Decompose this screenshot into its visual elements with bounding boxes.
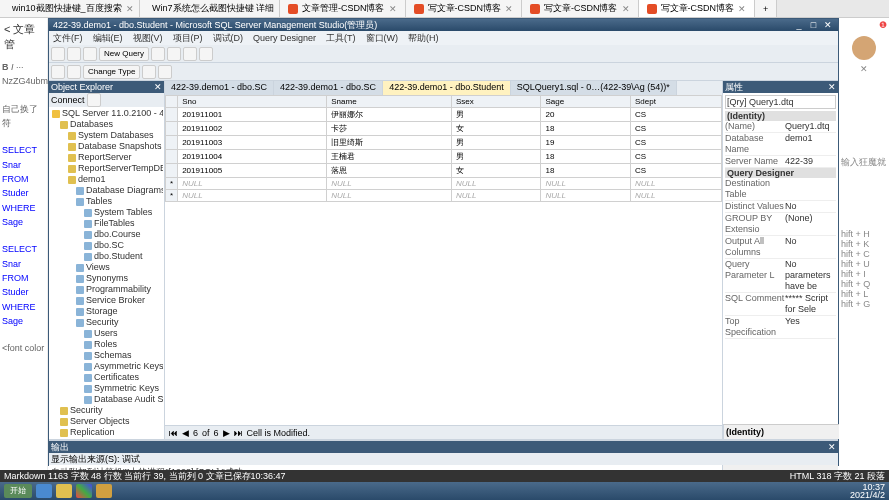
grid-cell[interactable]: NULL xyxy=(451,178,541,190)
bold-button[interactable]: B xyxy=(2,62,9,72)
ssms-titlebar[interactable]: 422-39.demo1 - dbo.Student - Microsoft S… xyxy=(49,19,838,31)
editor-back-title[interactable]: < 文章管 xyxy=(0,18,47,56)
nav-position[interactable]: 6 xyxy=(193,428,198,438)
tree-node[interactable]: ReportServer xyxy=(50,152,163,163)
menu-item[interactable]: 项目(P) xyxy=(173,31,203,45)
grid-cell[interactable]: 18 xyxy=(541,150,631,164)
grid-cell[interactable]: 201911003 xyxy=(178,136,327,150)
grid-cell[interactable]: NULL xyxy=(631,178,722,190)
grid-cell[interactable]: 18 xyxy=(541,164,631,178)
tree-node[interactable]: Users xyxy=(50,328,163,339)
tree-node[interactable]: Databases xyxy=(50,119,163,130)
tab-close-icon[interactable]: ✕ xyxy=(738,4,746,14)
tree-node[interactable]: Synonyms xyxy=(50,273,163,284)
grid-cell[interactable]: 20 xyxy=(541,108,631,122)
tool-icon[interactable] xyxy=(183,47,197,61)
menu-item[interactable]: 调试(D) xyxy=(213,31,244,45)
close-button[interactable]: ✕ xyxy=(822,19,834,31)
tree-node[interactable]: Programmability xyxy=(50,284,163,295)
tree-node[interactable]: AlwaysOn High Availability xyxy=(50,438,163,439)
grid-cell[interactable]: 王楠君 xyxy=(327,150,452,164)
browser-tab[interactable]: 写文章-CSDN博客✕ xyxy=(522,0,639,17)
prop-value[interactable]: 422-39 xyxy=(785,156,836,167)
tree-node[interactable]: Storage xyxy=(50,306,163,317)
prop-value[interactable] xyxy=(785,178,836,200)
browser-tab[interactable]: 文章管理-CSDN博客✕ xyxy=(280,0,406,17)
tree-node[interactable]: System Databases xyxy=(50,130,163,141)
tab-close-icon[interactable]: ✕ xyxy=(126,4,134,14)
grid-cell[interactable]: CS xyxy=(631,122,722,136)
tree-node[interactable]: Replication xyxy=(50,427,163,438)
prop-value[interactable]: (None) xyxy=(785,213,836,235)
connect-button[interactable]: Connect xyxy=(51,95,85,105)
menu-item[interactable]: 文件(F) xyxy=(53,31,83,45)
tree-node[interactable]: Database Diagrams xyxy=(50,185,163,196)
explorer-icon[interactable] xyxy=(56,484,72,498)
nav-first-icon[interactable]: ⏮ xyxy=(169,428,178,438)
tree-node[interactable]: Server Objects xyxy=(50,416,163,427)
prop-value[interactable]: No parameters have be xyxy=(785,259,836,292)
grid-cell[interactable]: NULL xyxy=(631,190,722,202)
tool-icon[interactable] xyxy=(151,47,165,61)
maximize-button[interactable]: □ xyxy=(807,19,819,31)
grid-cell[interactable]: NULL xyxy=(327,190,452,202)
prop-value[interactable]: demo1 xyxy=(785,133,836,155)
grid-cell[interactable]: 落恩 xyxy=(327,164,452,178)
italic-button[interactable]: I xyxy=(11,62,14,72)
save-icon[interactable] xyxy=(83,47,97,61)
panel-close-icon[interactable]: ✕ xyxy=(828,441,836,453)
properties-subject[interactable]: [Qry] Query1.dtq xyxy=(725,95,836,109)
document-tab[interactable]: 422-39.demo1 - dbo.Student xyxy=(383,81,511,95)
refresh-icon[interactable] xyxy=(87,93,101,107)
row-selector[interactable] xyxy=(166,136,178,150)
output-source-dropdown[interactable]: 显示输出来源(S): 调试 xyxy=(51,454,140,464)
minimize-button[interactable]: _ xyxy=(793,19,805,31)
tree-node[interactable]: Database Audit Specific xyxy=(50,394,163,405)
tree-root[interactable]: SQL Server 11.0.2100 - 422-39\Ag xyxy=(62,108,163,118)
tree-node[interactable]: Roles xyxy=(50,339,163,350)
grid-cell[interactable]: CS xyxy=(631,108,722,122)
browser-tab[interactable]: Win7系统怎么截图快捷键 详细✕ xyxy=(140,0,280,17)
prop-value[interactable]: No xyxy=(785,201,836,212)
user-menu-icon[interactable]: ❶ xyxy=(879,20,887,30)
nav-last-icon[interactable]: ⏭ xyxy=(234,428,243,438)
tree-node[interactable]: demo1 xyxy=(50,174,163,185)
grid-cell[interactable]: CS xyxy=(631,136,722,150)
grid-cell[interactable]: 男 xyxy=(451,108,541,122)
document-tab[interactable]: 422-39.demo1 - dbo.SC xyxy=(274,81,383,95)
menu-item[interactable]: 编辑(E) xyxy=(93,31,123,45)
grid-cell[interactable]: 女 xyxy=(451,122,541,136)
row-selector[interactable] xyxy=(166,122,178,136)
grid-cell[interactable]: 伊丽娜尔 xyxy=(327,108,452,122)
tree-node[interactable]: Schemas xyxy=(50,350,163,361)
grid-cell[interactable]: 旧里绮斯 xyxy=(327,136,452,150)
grid-cell[interactable]: 19 xyxy=(541,136,631,150)
grid-cell[interactable]: NULL xyxy=(178,178,327,190)
grid-cell[interactable]: NULL xyxy=(327,178,452,190)
grid-cell[interactable]: CS xyxy=(631,150,722,164)
tab-close-icon[interactable]: ✕ xyxy=(389,4,397,14)
grid-cell[interactable]: 女 xyxy=(451,164,541,178)
nav-next-icon[interactable]: ▶ xyxy=(223,428,230,438)
tree-node[interactable]: Symmetric Keys xyxy=(50,383,163,394)
prop-value[interactable]: ***** Script for Sele xyxy=(785,293,836,315)
nav-prev-icon[interactable]: ◀ xyxy=(182,428,189,438)
browser-tab[interactable]: 写文章-CSDN博客✕ xyxy=(406,0,523,17)
menu-item[interactable]: 视图(V) xyxy=(133,31,163,45)
tool-icon[interactable] xyxy=(199,47,213,61)
tree-node[interactable]: Tables xyxy=(50,196,163,207)
menu-item[interactable]: 帮助(H) xyxy=(408,31,439,45)
tree-node[interactable]: Service Broker xyxy=(50,295,163,306)
grid-cell[interactable]: NULL xyxy=(541,190,631,202)
avatar[interactable] xyxy=(852,36,876,60)
new-query-button[interactable]: New Query xyxy=(99,47,149,61)
row-selector[interactable] xyxy=(166,108,178,122)
grid-cell[interactable]: NULL xyxy=(541,178,631,190)
column-header[interactable]: Sno xyxy=(178,96,327,108)
chrome-icon[interactable] xyxy=(76,484,92,498)
tool-icon[interactable] xyxy=(142,65,156,79)
tool-icon[interactable] xyxy=(67,65,81,79)
tree-node[interactable]: dbo.Student xyxy=(50,251,163,262)
ie-icon[interactable] xyxy=(36,484,52,498)
more-button[interactable]: ··· xyxy=(16,62,24,72)
